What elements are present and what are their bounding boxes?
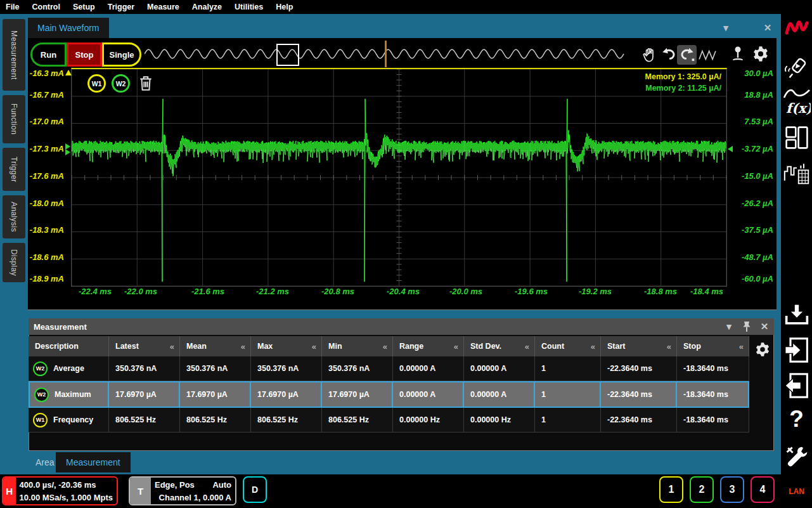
help-icon[interactable]: ?: [789, 406, 804, 433]
table-header-row: Description Latest« Mean« Max« Min« Rang…: [29, 336, 749, 356]
menu-analyze[interactable]: Analyze: [186, 0, 228, 14]
w1-badge: W1: [33, 413, 48, 427]
sidebar-tab-function[interactable]: Function: [3, 95, 25, 143]
svg-text:f(x): f(x): [786, 100, 811, 116]
export-icon[interactable]: [784, 370, 809, 401]
sidebar-tab-trigger[interactable]: Trigger: [3, 148, 25, 191]
channel-2-button[interactable]: 2: [690, 476, 714, 503]
x-tick-label: -18.8 ms: [644, 287, 677, 296]
waveform-trace: [72, 69, 726, 286]
footer-tab-measurement[interactable]: Measurement: [56, 452, 131, 472]
horizontal-settings-box[interactable]: H 400.0 µs/, -20.36 ms 10.00 MSa/s, 1.00…: [2, 476, 118, 505]
trigger-type: Edge, Pos: [155, 479, 195, 492]
trigger-mode: Auto: [212, 479, 231, 492]
menu-measure[interactable]: Measure: [141, 0, 186, 14]
column-header-stop[interactable]: Stop«: [677, 336, 749, 356]
menu-help[interactable]: Help: [269, 0, 299, 14]
x-tick-label: -19.6 ms: [515, 287, 548, 296]
panel-menu-caret-icon[interactable]: ▾: [722, 320, 736, 334]
x-tick-label: -21.2 ms: [256, 287, 289, 296]
zigzag-waveform-icon[interactable]: [699, 49, 716, 62]
table-row-maximum[interactable]: W2Maximum 17.6970 µA 17.6970 µA 17.6970 …: [29, 381, 749, 408]
x-tick-label: -20.0 ms: [449, 287, 482, 296]
memory1-scale-label: Memory 1: 325.0 µA/: [645, 71, 721, 82]
overview-zoom-window-handle[interactable]: [276, 44, 299, 66]
y-tick-label: -17.6 mA: [30, 171, 64, 181]
w2-waveform-button[interactable]: W2: [112, 74, 130, 93]
tab-main-waveform[interactable]: Main Waveform: [28, 18, 109, 38]
waveform-plot: W1 W2 Memory 1: 325.0 µA/ Memory 2: 11.2…: [71, 68, 727, 287]
measurement-panel-header[interactable]: Measurement ▾ ✕: [29, 318, 774, 335]
y-tick-label: -15.0 µA: [742, 171, 773, 181]
sidebar-tab-measurement[interactable]: Measurement: [3, 19, 25, 91]
sidebar-tab-analysis[interactable]: Analysis: [3, 195, 25, 238]
menu-setup[interactable]: Setup: [67, 0, 101, 14]
y-tick-label: -18.0 mA: [30, 199, 64, 208]
x-tick-label: -22.0 ms: [124, 287, 157, 296]
x-tick-label: -21.6 ms: [191, 287, 224, 296]
column-header-stddev[interactable]: Std Dev.«: [464, 336, 535, 356]
w2-badge: W2: [33, 361, 48, 376]
function-fx-icon[interactable]: f(x): [783, 88, 811, 117]
trigger-source: Channel 1, 0.000 A: [155, 492, 231, 504]
panel-close-icon[interactable]: ✕: [757, 320, 771, 334]
redo-icon[interactable]: [679, 47, 695, 63]
probe-point-icon[interactable]: [730, 45, 745, 63]
table-row-frequency[interactable]: W1Frequency 806.525 Hz 806.525 Hz 806.52…: [29, 408, 749, 433]
window-layout-icon[interactable]: [785, 123, 809, 152]
column-header-mean[interactable]: Mean«: [180, 336, 251, 356]
y-tick-label: -18.3 mA: [30, 225, 64, 235]
w1-waveform-button[interactable]: W1: [87, 74, 106, 93]
settings-gear-icon[interactable]: [752, 45, 770, 63]
undo-icon[interactable]: [661, 47, 677, 63]
table-row-average[interactable]: W2Average 350.376 nA 350.376 nA 350.376 …: [29, 356, 749, 381]
channel-4-button[interactable]: 4: [751, 476, 775, 503]
x-tick-label: -20.8 ms: [321, 287, 354, 296]
collapse-column-icon: «: [241, 342, 245, 351]
menu-file[interactable]: File: [0, 0, 26, 14]
trigger-settings-box[interactable]: T Edge, Pos Auto Channel 1, 0.000 A: [129, 476, 236, 505]
measurement-settings-gear-icon[interactable]: [754, 341, 771, 358]
horizontal-samplerate: 10.00 MSa/s, 1.000 Mpts: [20, 492, 113, 504]
trigger-chip: T: [130, 478, 151, 504]
window-close-icon[interactable]: ✕: [761, 21, 775, 35]
logic-analyzer-icon[interactable]: [783, 157, 810, 188]
measurement-panel-title: Measurement: [29, 322, 722, 332]
y-tick-label: -26.2 µA: [742, 199, 773, 208]
probe-setup-icon[interactable]: [785, 55, 809, 82]
channel-1-button[interactable]: 1: [659, 476, 683, 503]
save-icon[interactable]: [784, 302, 809, 329]
y-tick-label: -37.5 µA: [742, 225, 773, 235]
menu-control[interactable]: Control: [26, 0, 67, 14]
menu-utilities[interactable]: Utilities: [228, 0, 269, 14]
panel-pin-icon[interactable]: [740, 320, 754, 333]
digital-channels-button[interactable]: D: [243, 476, 267, 503]
import-icon[interactable]: [784, 335, 809, 365]
menu-trigger[interactable]: Trigger: [101, 0, 141, 14]
x-tick-label: -20.4 ms: [387, 287, 420, 296]
column-header-latest[interactable]: Latest«: [109, 336, 180, 356]
y-tick-label: 30.0 µA: [744, 68, 773, 78]
horizontal-chip: H: [3, 478, 16, 504]
single-button[interactable]: Single: [102, 42, 141, 67]
run-button[interactable]: Run: [30, 42, 67, 67]
channel-3-button[interactable]: 3: [720, 476, 744, 503]
column-header-count[interactable]: Count«: [535, 336, 601, 356]
pan-hand-icon[interactable]: [641, 47, 658, 63]
column-header-min[interactable]: Min«: [322, 336, 393, 356]
memory-scale-labels: Memory 1: 325.0 µA/ Memory 2: 11.25 µA/: [645, 71, 721, 94]
status-bar: H 400.0 µs/, -20.36 ms 10.00 MSa/s, 1.00…: [0, 474, 812, 508]
column-header-range[interactable]: Range«: [393, 336, 464, 356]
window-menu-caret-icon[interactable]: ▾: [719, 21, 733, 35]
delete-waveform-trash-icon[interactable]: [138, 74, 154, 93]
y-tick-label: -3.72 µA: [742, 144, 773, 153]
column-header-start[interactable]: Start«: [601, 336, 677, 356]
collapse-column-icon: «: [383, 342, 387, 351]
horizontal-timebase: 400.0 µs/, -20.36 ms: [20, 479, 113, 492]
y-tick-label: -18.6 mA: [30, 252, 64, 262]
tools-icon[interactable]: [784, 443, 809, 472]
column-header-description[interactable]: Description: [29, 336, 109, 356]
stop-button[interactable]: Stop: [67, 42, 102, 67]
column-header-max[interactable]: Max«: [251, 336, 322, 356]
sidebar-tab-display[interactable]: Display: [3, 243, 25, 282]
